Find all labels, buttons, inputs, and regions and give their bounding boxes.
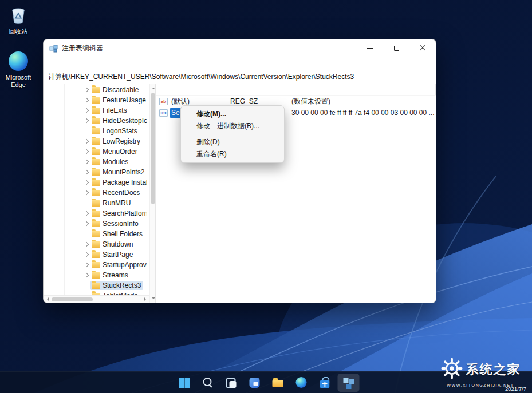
maximize-button[interactable] [383, 39, 409, 57]
chevron-right-icon[interactable] [82, 243, 90, 246]
tree-item-core: HideDesktopIco [90, 116, 149, 125]
column-header[interactable] [286, 84, 436, 95]
chevron-right-icon[interactable] [82, 170, 90, 174]
menu-item[interactable] [48, 62, 57, 65]
context-menu-item[interactable]: 修改二进制数据(B)... [181, 120, 284, 132]
chevron-right-icon[interactable] [82, 160, 90, 164]
taskbar-icon-start[interactable] [173, 374, 195, 392]
tree-item-core: MenuOrder [90, 147, 140, 156]
taskbar-icon-task-view[interactable] [220, 374, 242, 392]
context-menu-item[interactable]: 修改(M)... [181, 108, 284, 120]
folder-icon [92, 159, 100, 165]
taskbar-icon-glyph [178, 376, 190, 389]
tree-item[interactable]: HideDesktopIco [44, 116, 149, 126]
taskbar-icon-glyph [342, 376, 354, 389]
tree-item[interactable]: MenuOrder [44, 146, 149, 157]
tree-item[interactable]: RunMRU [44, 198, 149, 208]
tree-item[interactable]: LogonStats [44, 126, 149, 136]
tree-item-core: SearchPlatform [90, 209, 149, 218]
column-header[interactable] [224, 84, 286, 95]
context-menu-item[interactable] [181, 132, 284, 136]
tree-item[interactable]: MountPoints2 [44, 167, 149, 177]
menu-item[interactable] [76, 62, 85, 65]
tree-item[interactable]: StuckRects3 [44, 280, 149, 291]
chevron-right-icon[interactable] [82, 191, 90, 194]
chevron-right-icon[interactable] [82, 88, 90, 92]
tree-item[interactable]: SessionInfo [44, 219, 149, 229]
scroll-up-arrow-icon[interactable] [152, 86, 155, 89]
tree-vertical-scrollbar[interactable] [149, 84, 156, 303]
tree-item-core: MountPoints2 [90, 168, 147, 177]
taskbar-icon-store[interactable] [314, 374, 336, 392]
tree-item-core: SessionInfo [90, 219, 141, 228]
folder-icon [92, 231, 100, 237]
tree-item-core: Shutdown [90, 240, 135, 249]
taskbar-icon-edge[interactable] [290, 374, 312, 392]
context-menu-item[interactable]: 重命名(R) [181, 148, 284, 160]
tree-item[interactable]: Discardable [44, 85, 149, 95]
tree-item[interactable]: Modules [44, 157, 149, 167]
tree-guide-line [74, 84, 74, 295]
chevron-right-icon[interactable] [82, 150, 90, 153]
folder-icon [92, 221, 100, 227]
scroll-left-arrow-icon[interactable] [45, 297, 49, 301]
desktop-icon-microsoft-edge[interactable]: Microsoft Edge [0, 50, 37, 89]
tree-item[interactable]: StartPage [44, 249, 149, 260]
tree-item[interactable]: LowRegistry [44, 136, 149, 146]
address-input[interactable] [44, 70, 436, 84]
tree-item[interactable]: StartupApprove [44, 260, 149, 270]
column-header[interactable] [156, 84, 224, 95]
folder-icon [92, 180, 100, 186]
tree-item-label: SessionInfo [103, 220, 139, 228]
taskbar-icon-file-explorer[interactable] [267, 374, 289, 392]
value-type: REG_SZ [224, 97, 286, 105]
tree-item[interactable]: Shutdown [44, 239, 149, 249]
folder-icon [92, 118, 100, 124]
tree-item-core: TabletMode [90, 291, 140, 295]
tree-item[interactable]: Package Installa [44, 177, 149, 188]
tree-item[interactable]: TabletMode [44, 291, 149, 295]
context-menu-item[interactable]: 删除(D) [181, 136, 284, 148]
menu-item[interactable] [57, 62, 66, 65]
chevron-right-icon[interactable] [82, 253, 90, 256]
taskbar-icon-glyph [201, 376, 214, 389]
tree-item[interactable]: FeatureUsage [44, 95, 149, 105]
taskbar-icon-widgets[interactable] [243, 374, 265, 392]
tree-item-label: Streams [103, 271, 128, 279]
folder-icon [92, 87, 100, 93]
chevron-right-icon[interactable] [82, 140, 90, 143]
desktop-icon-recycle-bin[interactable]: 回收站 [0, 5, 37, 35]
menu-item[interactable] [85, 62, 94, 65]
chevron-right-icon[interactable] [82, 98, 90, 102]
vertical-scrollbar-thumb[interactable] [151, 93, 155, 204]
tree-item-label: SearchPlatform [103, 209, 147, 217]
taskbar: 2021/7/7 [0, 371, 532, 393]
chevron-right-icon[interactable] [82, 263, 90, 267]
menu-item[interactable] [66, 62, 76, 65]
tree-item[interactable]: Streams [44, 270, 149, 280]
chevron-right-icon[interactable] [82, 212, 90, 215]
chevron-right-icon[interactable] [82, 181, 90, 184]
tree-item-label: MenuOrder [103, 148, 137, 156]
registry-tree-pane: Discardable FeatureUsage [44, 84, 149, 303]
tree-item[interactable]: FileExts [44, 105, 149, 116]
taskbar-clock[interactable]: 2021/7/7 [505, 386, 526, 392]
chevron-right-icon[interactable] [82, 109, 90, 112]
chevron-right-icon[interactable] [82, 273, 90, 277]
scroll-right-arrow-icon[interactable] [144, 297, 148, 301]
tree-item[interactable]: Shell Folders [44, 229, 149, 239]
horizontal-scrollbar-thumb[interactable] [52, 297, 93, 301]
chevron-right-icon[interactable] [82, 119, 90, 122]
tree-item[interactable]: RecentDocs [44, 188, 149, 198]
taskbar-icon-regedit[interactable] [337, 374, 359, 392]
tree-item-label: FileExts [103, 106, 127, 114]
taskbar-icon-glyph [295, 376, 308, 389]
close-button[interactable] [409, 39, 436, 57]
tree-item-label: FeatureUsage [103, 96, 146, 104]
tree-item[interactable]: SearchPlatform [44, 208, 149, 219]
tree-horizontal-scrollbar[interactable] [44, 295, 149, 303]
scroll-down-arrow-icon[interactable] [152, 297, 155, 301]
taskbar-icon-search[interactable] [196, 374, 218, 392]
minimize-button[interactable] [357, 39, 383, 57]
chevron-right-icon[interactable] [82, 222, 90, 225]
